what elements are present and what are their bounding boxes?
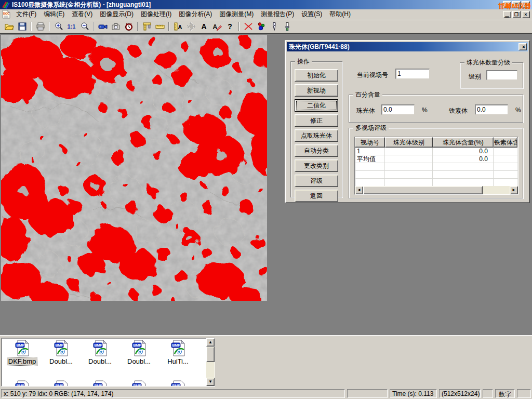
table-row[interactable] [355,171,518,179]
video-capture-icon[interactable] [97,21,109,32]
file-name[interactable]: Doubl... [126,357,152,365]
camera-capture-icon[interactable] [110,21,122,32]
open-icon[interactable] [3,21,15,32]
grid-cross-icon[interactable] [185,21,197,32]
table-row[interactable] [355,179,518,187]
document-icon[interactable]: DOC [2,10,11,19]
micrograph-image[interactable] [1,35,267,301]
return-button[interactable]: 返回 [295,190,338,202]
pearlite-percent-input[interactable] [381,104,415,115]
mdi-restore-button[interactable]: ❐ [512,11,521,18]
cell [494,148,517,155]
multifield-group-label: 多视场评级 [353,124,389,131]
toolbar-separator [31,22,32,31]
file-name[interactable]: Doubl... [48,357,74,365]
ruler-icon[interactable] [154,21,166,32]
print-icon[interactable] [34,21,46,32]
scroll-down-icon[interactable]: ▼ [206,378,215,386]
change-class-button[interactable]: 更改类别 [295,159,338,172]
file-vscrollbar[interactable]: ▲ ▼ [206,338,215,386]
color-classify-icon[interactable] [255,21,267,32]
col-field-no[interactable]: 视场号 [355,137,385,148]
timer-icon[interactable] [123,21,135,32]
scrollbar-thumb[interactable] [363,186,483,194]
scroll-left-icon[interactable]: ◄ [355,186,363,194]
menu-measure-report[interactable]: 测量报告(P) [257,9,298,20]
menu-image-processing[interactable]: 图像处理(I) [137,9,175,20]
menu-edit[interactable]: 编辑(E) [40,9,68,20]
dialog-close-icon[interactable]: × [518,43,527,50]
rate-button[interactable]: 评级 [295,175,338,187]
scroll-up-icon[interactable]: ▲ [206,338,215,347]
svg-text:DOC: DOC [3,12,9,15]
col-pearlite-content[interactable]: 珠光体含量(%) [433,137,494,148]
file-name[interactable]: HuiTi... [166,357,190,365]
bmp-file-icon: BMP [170,340,187,356]
menu-view[interactable]: 查看(V) [68,9,96,20]
file-item[interactable]: BMP Doubl... [42,340,81,365]
table-row[interactable] [355,163,518,171]
status-empty-2 [483,389,493,398]
status-coords: x: 510 y: 79 idx: 0 RGB: (174, 174, 174) [1,389,345,398]
file-item-partial[interactable]: BMP [42,380,81,387]
file-listbox[interactable]: BMP DKF.bmp BMP Doubl... [1,338,215,387]
new-field-button[interactable]: 新视场 [295,84,338,97]
ferrite-percent-input[interactable] [475,104,508,115]
annotate-icon[interactable]: A [211,21,223,32]
svg-text:A: A [212,23,217,31]
file-item-partial[interactable]: BMP [81,380,119,387]
initialize-button[interactable]: 初始化 [295,69,338,82]
menu-help[interactable]: 帮助(H) [326,9,354,20]
menu-settings[interactable]: 设置(S) [298,9,326,20]
table-row[interactable]: 平均值 0.0 [355,155,518,163]
file-item[interactable]: BMP DKF.bmp [3,340,42,365]
mdi-close-button[interactable]: × [522,11,530,18]
toolbar-separator [238,22,240,31]
brush-icon[interactable] [281,21,293,32]
binarize-button[interactable]: 二值化 [295,99,338,112]
multifield-table[interactable]: 视场号 珠光体级别 珠光体含量(%) 铁素体含量(%) 1 0.0 平均值 0.… [354,137,518,195]
measure-text-icon[interactable]: A [172,21,184,32]
cell [355,179,385,186]
auto-classify-button[interactable]: 自动分类 [295,144,338,157]
caliper-icon[interactable] [141,21,153,32]
col-pearlite-level[interactable]: 珠光体级别 [385,137,433,148]
file-item-partial[interactable]: BMP [119,380,158,387]
menu-file[interactable]: 文件(F) [12,9,40,20]
cell [355,171,385,178]
mdi-minimize-button[interactable]: ▁ [503,11,511,18]
table-hscrollbar[interactable]: ◄ ► [355,186,518,194]
svg-text:BMP: BMP [133,384,141,387]
text-icon[interactable]: A [198,21,210,32]
scroll-right-icon[interactable]: ► [510,186,518,194]
current-field-input[interactable] [395,69,430,79]
file-name[interactable]: DKF.bmp [7,357,37,365]
level-input[interactable] [486,70,517,80]
scrollbar-thumb[interactable] [206,347,215,362]
curve-tool-icon[interactable] [242,21,254,32]
status-bar: x: 510 y: 79 idx: 0 RGB: (174, 174, 174)… [0,388,532,399]
save-icon[interactable] [16,21,28,32]
svg-text:BMP: BMP [55,343,63,347]
ink-pen-icon[interactable] [268,21,280,32]
file-item-partial[interactable]: BMP [158,380,197,387]
zoom-in-icon[interactable] [52,21,64,32]
file-item[interactable]: BMP Doubl... [119,340,158,365]
pick-pearlite-button[interactable]: 点取珠光体 [295,129,338,142]
file-name[interactable]: Doubl... [87,357,113,365]
operation-group-label: 操作 [295,58,312,65]
menu-image-analysis[interactable]: 图像分析(A) [175,9,216,20]
toolbar-separator [49,22,50,31]
col-ferrite-content[interactable]: 铁素体含量(%) [494,137,517,148]
menu-image-display[interactable]: 图像显示(D) [96,9,137,20]
help-icon[interactable]: ? [224,21,236,32]
menu-image-measure[interactable]: 图像测量(M) [216,9,257,20]
file-item-partial[interactable]: BMP [3,380,42,387]
table-row[interactable]: 1 0.0 [355,148,518,155]
actual-size-icon[interactable]: 1:1 [65,21,77,32]
correct-button[interactable]: 修正 [295,114,338,127]
zoom-out-icon[interactable] [78,21,90,32]
dialog-title-bar[interactable]: 珠光体(GB/T9441-88) × [287,42,528,51]
file-item[interactable]: BMP HuiTi... [158,340,197,365]
file-item[interactable]: BMP Doubl... [81,340,119,365]
